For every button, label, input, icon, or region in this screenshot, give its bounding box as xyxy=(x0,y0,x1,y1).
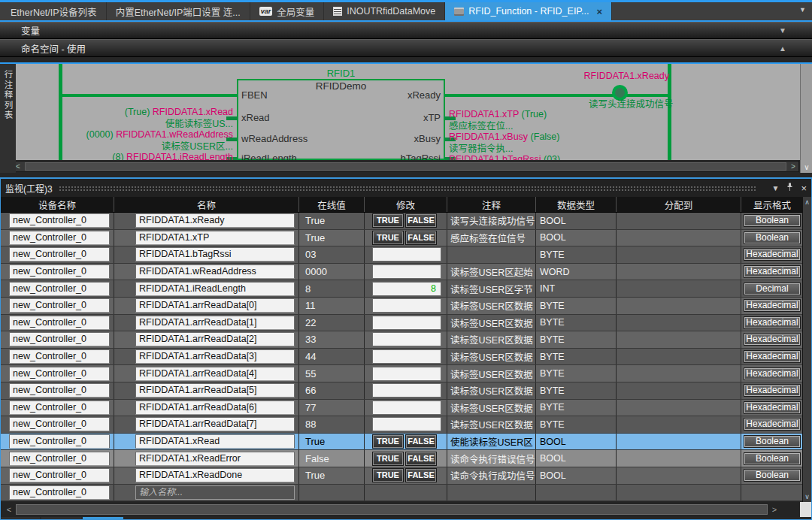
column-header[interactable]: 分配到 xyxy=(617,197,741,212)
document-tab[interactable]: INOUTRfidDataMove xyxy=(324,2,445,20)
device-name-field[interactable]: new_Controller_0 xyxy=(9,298,110,313)
comment-cell[interactable]: 读标签USER区数据 xyxy=(447,315,536,331)
bottom-tab-stub-active[interactable] xyxy=(83,517,123,519)
variable-name-field[interactable]: RFIDDATA1.arrReadData[5] xyxy=(135,383,295,398)
output-coil[interactable] xyxy=(612,85,628,101)
scrollbar-thumb[interactable] xyxy=(16,504,768,515)
column-header[interactable]: 名称 xyxy=(114,197,299,212)
display-format-dropdown[interactable]: Hexadecimal xyxy=(744,248,801,261)
modify-value-input[interactable] xyxy=(372,332,441,346)
device-name-field[interactable]: new_Controller_0 xyxy=(9,316,110,330)
modify-value-input[interactable] xyxy=(372,247,441,262)
display-format-dropdown[interactable]: Hexadecimal xyxy=(744,367,801,380)
display-format-dropdown[interactable]: Boolean xyxy=(744,452,801,465)
display-format-dropdown[interactable]: Hexadecimal xyxy=(744,299,801,312)
document-tab[interactable]: EtherNet/IP设备列表 xyxy=(2,2,107,20)
set-true-button[interactable]: TRUE xyxy=(372,434,404,449)
ladder-horizontal-scrollbar[interactable]: < > xyxy=(12,161,799,172)
modify-value-input[interactable] xyxy=(372,417,441,431)
document-tab[interactable]: RFID_Function - RFID_EIP...× xyxy=(445,2,612,20)
variable-name-field[interactable]: RFIDDATA1.xReadError xyxy=(135,452,295,466)
variable-name-field[interactable]: RFIDDATA1.iReadLength xyxy=(135,282,295,296)
table-row[interactable]: new_Controller_0RFIDDATA1.arrReadData[2]… xyxy=(1,331,804,349)
table-row[interactable]: new_Controller_0RFIDDATA1.xReadTrueTRUEF… xyxy=(1,434,804,451)
table-row[interactable]: new_Controller_0RFIDDATA1.xReadyTrueTRUE… xyxy=(1,213,804,230)
comment-cell[interactable]: 读标签USER区字节 xyxy=(447,280,536,297)
comment-cell[interactable]: 读命令执行成功信号 xyxy=(447,467,536,484)
variable-name-field[interactable]: RFIDDATA1.xTP xyxy=(135,231,295,245)
modify-value-input[interactable] xyxy=(372,265,441,279)
display-format-dropdown[interactable]: Boolean xyxy=(744,469,801,482)
comment-cell[interactable]: 读写头连接成功信号 xyxy=(447,213,536,229)
device-name-field[interactable]: new_Controller_0 xyxy=(9,417,110,431)
column-header[interactable]: 修改 xyxy=(365,197,447,212)
chevron-up-icon[interactable]: ∧ xyxy=(803,198,811,206)
table-row[interactable]: new_Controller_0RFIDDATA1.arrReadData[0]… xyxy=(1,298,804,315)
document-tab[interactable]: var全局变量 xyxy=(250,2,325,20)
variable-name-field[interactable]: RFIDDATA1.arrReadData[1] xyxy=(135,316,295,330)
bottom-tab-stub[interactable] xyxy=(1,517,40,519)
table-row[interactable]: new_Controller_0RFIDDATA1.arrReadData[7]… xyxy=(1,416,804,434)
namespace-section-bar[interactable]: 命名空间 - 使用 ▲ xyxy=(0,39,812,57)
variable-name-field[interactable]: RFIDDATA1.arrReadData[0] xyxy=(135,298,295,313)
comment-cell[interactable]: 读标签USER区数据 xyxy=(447,298,536,314)
comment-cell[interactable]: 感应标签在位信号 xyxy=(447,230,536,246)
device-name-field[interactable]: new_Controller_0 xyxy=(9,332,110,346)
device-name-field[interactable]: new_Controller_0 xyxy=(9,247,110,262)
table-row[interactable]: new_Controller_0RFIDDATA1.xReadDoneTrueT… xyxy=(1,467,804,485)
device-name-field[interactable]: new_Controller_0 xyxy=(9,349,110,364)
variable-name-field[interactable]: RFIDDATA1.wReadAddress xyxy=(135,265,295,279)
close-icon[interactable]: × xyxy=(597,6,603,17)
set-true-button[interactable]: TRUE xyxy=(372,213,404,228)
modify-value-input[interactable] xyxy=(372,298,441,313)
table-row[interactable]: new_Controller_0RFIDDATA1.arrReadData[6]… xyxy=(1,400,804,417)
comment-cell[interactable]: 读标签USER区数据 xyxy=(447,349,536,365)
table-row[interactable]: new_Controller_0RFIDDATA1.xReadErrorFals… xyxy=(1,450,804,467)
device-name-field[interactable]: new_Controller_0 xyxy=(9,452,110,466)
variable-name-field[interactable]: RFIDDATA1.arrReadData[3] xyxy=(135,349,295,364)
display-format-dropdown[interactable]: Decimal xyxy=(744,283,801,295)
modify-value-input[interactable]: 8 xyxy=(372,282,441,296)
comment-cell[interactable]: 读命令执行错误信号 xyxy=(447,450,536,467)
set-false-button[interactable]: FALSE xyxy=(405,452,437,466)
variable-name-field[interactable]: RFIDDATA1.arrReadData[2] xyxy=(135,332,295,346)
modify-value-input[interactable] xyxy=(372,316,441,330)
chevron-left-icon[interactable]: < xyxy=(4,505,14,514)
display-format-dropdown[interactable]: Hexadecimal xyxy=(744,401,801,414)
rung-comment-list-tab[interactable]: 行注释列表 xyxy=(0,64,16,173)
table-row[interactable]: new_Controller_0RFIDDATA1.iReadLength88读… xyxy=(1,280,804,298)
comment-cell[interactable]: 使能读标签USER区 xyxy=(447,434,536,450)
variable-name-field[interactable]: RFIDDATA1.arrReadData[7] xyxy=(135,417,295,431)
variable-name-input[interactable]: 输入名称... xyxy=(135,485,295,500)
watch-window-title-bar[interactable]: 监视(工程)3 ▼ × xyxy=(1,179,811,197)
variable-name-field[interactable]: RFIDDATA1.xReady xyxy=(135,213,295,228)
display-format-dropdown[interactable]: Boolean xyxy=(744,231,801,244)
comment-cell[interactable]: 读标签USER区数据 xyxy=(447,400,536,416)
variable-name-field[interactable]: RFIDDATA1.xReadDone xyxy=(135,468,295,482)
table-row[interactable]: new_Controller_0RFIDDATA1.xTPTrueTRUEFAL… xyxy=(1,230,804,247)
variables-section-bar[interactable]: 变量 ▼ xyxy=(0,22,812,39)
column-header[interactable]: 显示格式 xyxy=(741,197,804,212)
modify-value-input[interactable] xyxy=(372,383,441,398)
column-header[interactable]: 数据类型 xyxy=(536,197,617,212)
scrollbar-thumb[interactable] xyxy=(25,162,786,171)
table-row[interactable]: new_Controller_0输入名称... xyxy=(1,485,804,502)
column-header[interactable]: 在线值 xyxy=(299,197,365,212)
triangle-up-icon[interactable]: ▲ xyxy=(779,44,786,53)
close-icon[interactable]: × xyxy=(801,183,807,194)
variable-name-field[interactable]: RFIDDATA1.xRead xyxy=(135,434,295,449)
watch-vertical-scrollbar[interactable]: ∧ ∨ xyxy=(802,197,811,502)
set-false-button[interactable]: FALSE xyxy=(405,231,437,245)
comment-cell[interactable]: 读标签USER区数据 xyxy=(447,416,536,433)
device-name-field[interactable]: new_Controller_0 xyxy=(9,383,110,398)
device-name-field[interactable]: new_Controller_0 xyxy=(9,468,110,482)
device-name-field[interactable]: new_Controller_0 xyxy=(9,367,110,381)
device-name-field[interactable]: new_Controller_0 xyxy=(9,485,110,500)
set-true-button[interactable]: TRUE xyxy=(372,452,404,466)
device-name-field[interactable]: new_Controller_0 xyxy=(9,401,110,415)
display-format-dropdown[interactable]: Hexadecimal xyxy=(744,384,801,397)
modify-value-input[interactable] xyxy=(372,367,441,381)
chevron-down-icon[interactable]: ∨ xyxy=(801,163,812,171)
table-row[interactable]: new_Controller_0RFIDDATA1.arrReadData[3]… xyxy=(1,349,804,366)
chevron-down-icon[interactable]: ∨ xyxy=(803,493,811,500)
